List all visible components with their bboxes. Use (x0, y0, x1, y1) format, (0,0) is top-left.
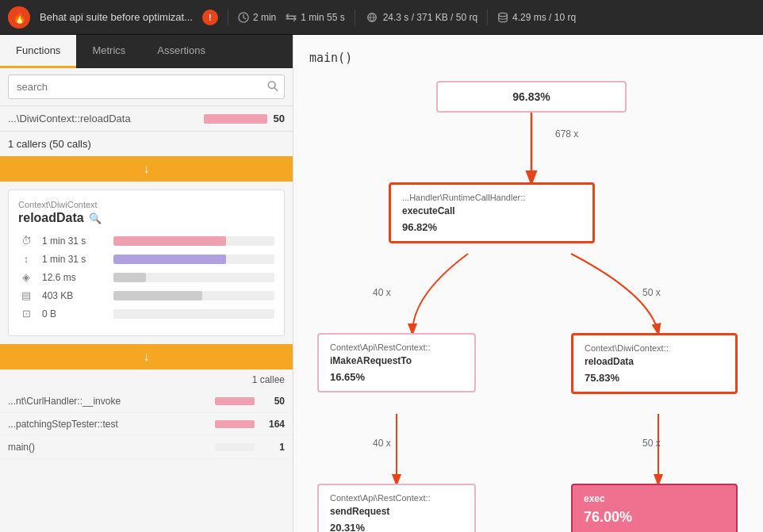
selected-function-row[interactable]: ...\DiwiContext::reloadData 50 (0, 106, 293, 132)
node-sendreq-title: Context\Api\RestContext:: (330, 493, 463, 503)
network-stat: 24.3 s / 371 KB / 50 rq (365, 12, 477, 23)
callee-row-0[interactable]: ...nt\CurlHandler::__invoke 50 (0, 390, 293, 413)
stat-label-2: 12.6 ms (42, 272, 105, 283)
stat-bar-wrap-0 (113, 236, 274, 246)
network-icon (365, 12, 379, 23)
db-stat: 4.29 ms / 10 rq (497, 12, 576, 23)
selected-fn-bar (204, 114, 267, 124)
stat-icon-0: ⏱ (18, 235, 34, 247)
callees-expand-button[interactable]: ↓ (0, 344, 293, 369)
transfer-stat: 1 min 55 s (286, 12, 344, 23)
transfer-icon (286, 12, 297, 23)
stat-bar-2 (113, 273, 146, 282)
stat-icon-4: ⊡ (18, 308, 34, 320)
stat-bar-wrap-4 (113, 309, 274, 319)
tab-metrics[interactable]: Metrics (76, 35, 141, 68)
callers-label: 1 callers (50 calls) (0, 132, 293, 156)
left-panel: Functions Metrics Assertions ...\DiwiCon… (0, 35, 293, 532)
node-reload-pct: 75.83% (585, 372, 724, 384)
clock-icon (238, 12, 249, 23)
stat-label-4: 0 B (42, 308, 105, 320)
divider3 (487, 10, 488, 25)
node-sendreq-name: sendRequest (330, 506, 463, 517)
callee-bar-0 (215, 397, 255, 405)
stat-bar-wrap-2 (113, 273, 274, 282)
right-panel: main() (293, 35, 763, 532)
function-detail-card: Context\DiwiContext reloadData 🔍 ⏱ 1 min… (8, 189, 285, 336)
callee-bar-1 (215, 420, 255, 428)
main-layout: Functions Metrics Assertions ...\DiwiCon… (0, 35, 763, 532)
count-40-left: 40 x (373, 287, 391, 298)
svg-point-2 (499, 13, 508, 16)
app-logo: 🔥 (8, 6, 30, 29)
callee-row-2[interactable]: main() 1 (0, 436, 293, 459)
fn-search-icon[interactable]: 🔍 (89, 212, 102, 224)
count-678: 678 x (555, 128, 578, 140)
node-top[interactable]: 96.83% (436, 81, 627, 113)
flow-chart: 96.83% 678 x ...Handler\RuntimeCallHandl… (309, 81, 763, 532)
stat-label-3: 403 KB (42, 290, 105, 301)
callee-count-0: 50 (261, 396, 285, 407)
fn-name-row: reloadData 🔍 (18, 211, 274, 225)
db-icon (497, 12, 508, 23)
node-execute-name: executeCall (402, 205, 581, 216)
node-execute[interactable]: ...Handler\RuntimeCallHandler:: executeC… (389, 182, 595, 243)
tab-bar: Functions Metrics Assertions (0, 35, 293, 68)
node-execute-title: ...Handler\RuntimeCallHandler:: (402, 193, 581, 202)
fn-name: reloadData (18, 211, 84, 225)
stat-row-1: ↕ 1 min 31 s (18, 253, 274, 265)
flow-arrows (309, 81, 763, 532)
tab-functions[interactable]: Functions (0, 35, 76, 68)
main-label: main() (309, 51, 747, 65)
search-input[interactable] (8, 75, 285, 99)
count-40-bl: 40 x (373, 438, 391, 449)
node-imake-pct: 16.65% (330, 371, 463, 383)
node-reload-name: reloadData (585, 356, 724, 367)
callee-count-2: 1 (261, 442, 285, 453)
callers-expand-button[interactable]: ↓ (0, 156, 293, 182)
node-imake-name: iMakeARequestTo (330, 355, 463, 366)
callee-label: 1 callee (0, 369, 293, 390)
stat-icon-2: ◈ (18, 271, 34, 283)
node-imake[interactable]: Context\Api\RestContext:: iMakeARequestT… (317, 333, 476, 392)
suite-title: Behat api suite before optimizat... (40, 11, 193, 23)
node-reload[interactable]: Context\DiwiContext:: reloadData 75.83% (571, 333, 738, 394)
callee-row-1[interactable]: ...patchingStepTester::test 164 (0, 413, 293, 436)
node-reload-title: Context\DiwiContext:: (585, 343, 724, 353)
stat-icon-3: ▤ (18, 289, 34, 301)
alert-badge[interactable]: ! (202, 10, 218, 25)
clock-stat: 2 min (238, 12, 276, 23)
stat-row-3: ▤ 403 KB (18, 289, 274, 301)
callee-count-1: 164 (261, 419, 285, 430)
stat-bar-wrap-3 (113, 291, 274, 300)
search-icon (267, 80, 278, 91)
search-bar (0, 68, 293, 106)
selected-fn-name: ...\DiwiContext::reloadData (8, 113, 131, 124)
stat-bar-3 (113, 291, 202, 300)
tab-assertions[interactable]: Assertions (141, 35, 221, 68)
node-imake-title: Context\Api\RestContext:: (330, 343, 463, 352)
callee-name-2: main() (8, 442, 35, 453)
node-sendreq[interactable]: Context\Api\RestContext:: sendRequest 20… (317, 484, 476, 532)
selected-fn-count: 50 (274, 113, 285, 124)
stat-icon-1: ↕ (18, 253, 34, 265)
search-button[interactable] (267, 80, 278, 94)
stat-row-2: ◈ 12.6 ms (18, 271, 274, 283)
stat-bar-1 (113, 255, 226, 264)
divider (228, 10, 228, 25)
divider2 (355, 10, 355, 25)
stat-bar-0 (113, 236, 226, 246)
callee-bar-2 (215, 443, 255, 451)
node-exec-pct: 76.00% (584, 509, 725, 526)
node-execute-pct: 96.82% (402, 221, 581, 233)
count-50-right: 50 x (642, 287, 661, 298)
node-exec-name: exec (584, 493, 725, 504)
node-sendreq-pct: 20.31% (330, 522, 463, 532)
topbar: 🔥 Behat api suite before optimizat... ! … (0, 0, 763, 35)
stat-bar-wrap-1 (113, 255, 274, 264)
fn-subtitle: Context\DiwiContext (18, 200, 274, 209)
node-exec[interactable]: exec 76.00% (571, 484, 738, 532)
callee-name-1: ...patchingStepTester::test (8, 419, 118, 430)
stat-label-0: 1 min 31 s (42, 235, 105, 247)
stat-row-4: ⊡ 0 B (18, 308, 274, 320)
